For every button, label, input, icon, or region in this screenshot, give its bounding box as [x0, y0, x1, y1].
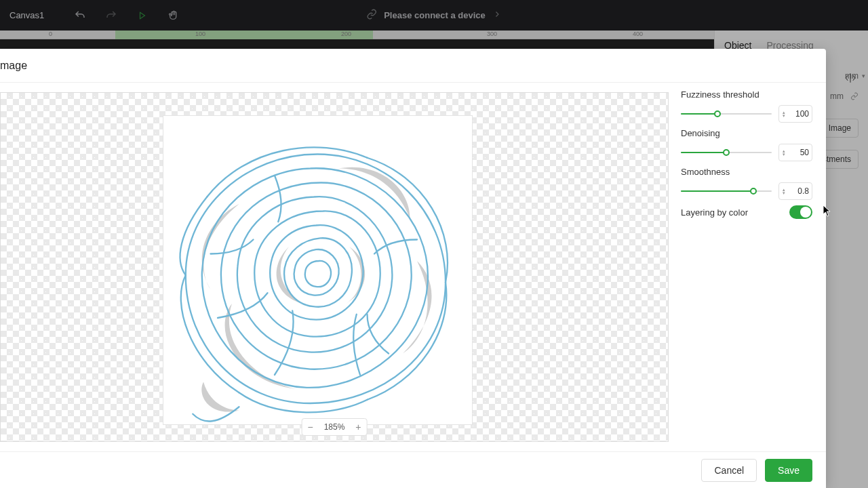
layering-toggle[interactable] [789, 205, 812, 219]
denoising-input[interactable]: ▴▾ 50 [778, 144, 812, 161]
cancel-button[interactable]: Cancel [701, 459, 757, 482]
fuzziness-label: Fuzziness threshold [681, 89, 812, 100]
denoising-slider[interactable] [681, 147, 772, 158]
trace-image-modal: mage [0, 49, 826, 488]
smoothness-input[interactable]: ▴▾ 0.8 [778, 182, 812, 200]
denoising-label: Denoising [681, 128, 812, 138]
fuzziness-slider[interactable] [681, 108, 772, 119]
fuzziness-input[interactable]: ▴▾ 100 [778, 105, 812, 123]
save-button[interactable]: Save [765, 459, 812, 482]
zoom-out-button[interactable]: − [302, 422, 319, 432]
trace-controls: Fuzziness threshold ▴▾ 100 Denoising [681, 83, 826, 451]
zoom-value: 185% [319, 422, 351, 432]
layering-label: Layering by color [681, 207, 748, 218]
stepper-icon[interactable]: ▴▾ [781, 188, 787, 195]
smoothness-label: Smoothness [681, 167, 812, 177]
preview-canvas[interactable]: − 185% + [0, 92, 669, 442]
modal-title: mage [0, 49, 826, 83]
smoothness-slider[interactable] [681, 186, 772, 197]
zoom-control: − 185% + [302, 418, 368, 436]
stepper-icon[interactable]: ▴▾ [781, 110, 787, 117]
stepper-icon[interactable]: ▴▾ [781, 149, 787, 156]
preview-image [163, 116, 472, 424]
zoom-in-button[interactable]: + [350, 422, 366, 432]
